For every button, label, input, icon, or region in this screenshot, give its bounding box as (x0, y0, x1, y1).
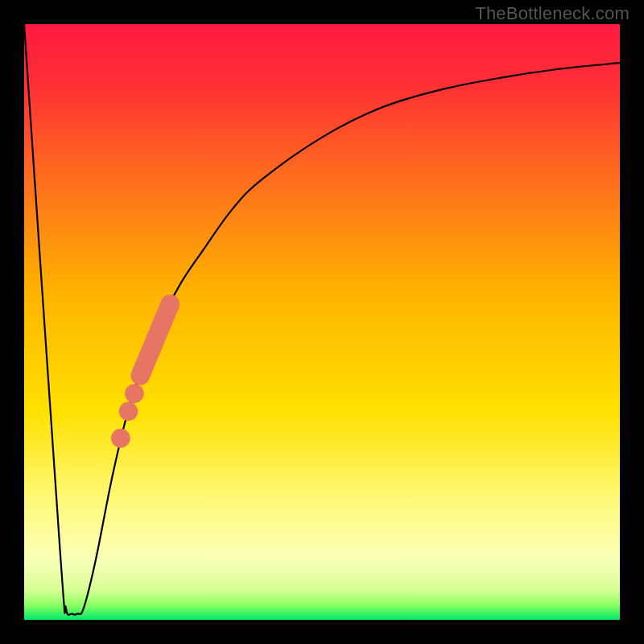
plot-background (24, 24, 620, 620)
red-dot-3 (111, 428, 130, 448)
red-dot-2 (119, 402, 138, 421)
chart-frame: TheBottleneck.com (0, 0, 644, 644)
bottleneck-chart (0, 0, 644, 644)
red-dot-1 (125, 384, 144, 403)
